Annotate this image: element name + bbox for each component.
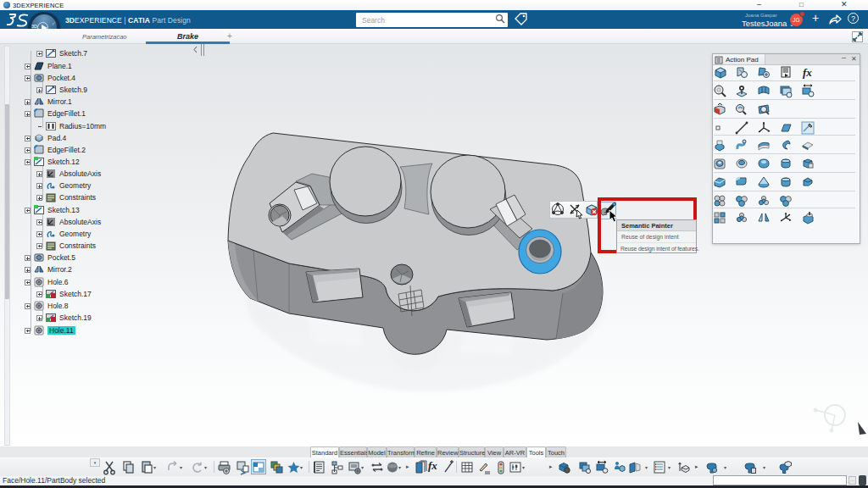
- svg-text:fx: fx: [803, 66, 812, 79]
